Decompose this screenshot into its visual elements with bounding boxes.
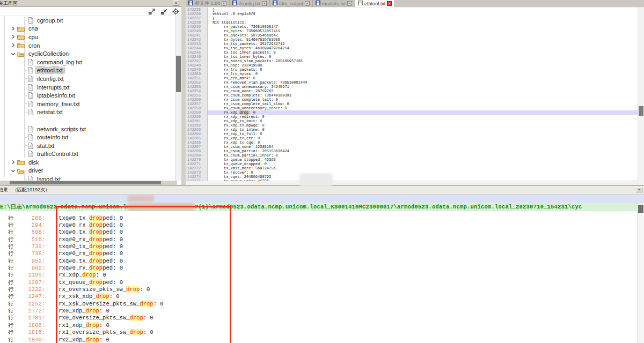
tree-file-memory_free-txt[interactable]: memory_free.txt	[0, 100, 175, 108]
tab--1-txt[interactable]: 新文件 1.txt×	[186, 0, 230, 7]
close-workspace-icon[interactable]: ×	[173, 1, 179, 6]
expand-all-icon[interactable]	[148, 8, 155, 15]
tab-modinfo-txt[interactable]: modinfo.txt×	[313, 0, 355, 7]
result-row[interactable]: 行1222: rx_oversize_pkts_sw_drop: 0	[0, 286, 637, 293]
results-vertical-scrollbar[interactable]	[637, 204, 644, 343]
search-match-highlight: drop	[86, 308, 99, 314]
tree-folder-cna[interactable]: cna	[0, 25, 175, 33]
line-number: 142240	[186, 29, 208, 33]
close-tab-icon[interactable]: ×	[347, 1, 352, 6]
tree-vertical-scrollbar[interactable]	[175, 16, 181, 181]
result-line-label: 行	[0, 322, 14, 329]
tree-file-ifconfig-txt[interactable]: ifconfig.txt	[0, 74, 175, 83]
tab-ethtool-txt[interactable]: ethtool.txt×	[355, 0, 395, 7]
tree-file-cgroup-txt[interactable]: cgroup.txt	[0, 16, 175, 25]
tree-file-trafficcontrol-txt[interactable]: trafficControl.txt	[0, 150, 175, 159]
editor-line-text: rx_lro_bytes: 0	[208, 72, 638, 76]
result-row[interactable]: 行960: rxq#0_rx_dropped: 0	[0, 264, 637, 271]
line-number: 142266	[186, 140, 208, 145]
tree-folder-cycliccollection[interactable]: cyclicCollection	[0, 49, 175, 58]
tree-file-netstat-txt[interactable]: netstat.txt	[0, 108, 175, 117]
result-row[interactable]: 行1252: rx_xsk_oversize_pkts_sw_drop: 0	[0, 300, 637, 307]
editor-line-text: tx_cqes: 204596498793	[208, 175, 638, 179]
file-icon	[28, 67, 33, 73]
line-number: 142253	[186, 85, 208, 89]
tree-folder-disk[interactable]: disk	[0, 158, 175, 167]
close-results-icon[interactable]: ×	[636, 187, 642, 192]
editor-line: 142265 rx_xdp_tx_err: 0	[186, 136, 638, 140]
tab-ifconfig-txt[interactable]: ifconfig.txt×	[230, 0, 270, 7]
editor-line-text: rx_csum_none: 26759783	[208, 89, 638, 93]
tree-folder-cron[interactable]: cron	[0, 41, 175, 50]
tree-file-routeinfo-txt[interactable]: routeInfo.txt	[0, 133, 175, 141]
workspace-panel: 夹工作区 × cgroup.txtcnacpucroncyclicCollect…	[0, 0, 184, 185]
close-tab-icon[interactable]: ×	[262, 1, 267, 6]
result-match-text: txq#0_tx_dropped: 0	[45, 258, 123, 264]
line-number: 142238	[186, 20, 208, 25]
tree-file-iptablesinfo-txt[interactable]: iptablesInfo.txt	[0, 91, 175, 100]
result-row[interactable]: 行1781: rx0_oversize_pkts_sw_drop: 0	[0, 315, 637, 322]
tab-bar: 新文件 1.txt×ifconfig.txt×fdm_output×modinf…	[186, 0, 644, 8]
tree-folder-cpu[interactable]: cpu	[0, 33, 175, 41]
tree-connector	[24, 70, 27, 71]
result-row[interactable]: 行1247: rx_xsk_xdp_drop: 0	[0, 293, 637, 300]
close-tab-icon[interactable]: ×	[387, 1, 392, 6]
editor-line: 142243 tx_tso_packets: 35272932712	[186, 42, 638, 46]
tree-file-command_log-txt[interactable]: command_log.txt	[0, 58, 175, 66]
close-tab-icon[interactable]: ×	[305, 1, 310, 6]
tree-connector	[24, 154, 27, 154]
chevron-down-icon[interactable]	[11, 51, 16, 56]
tree-connector	[24, 129, 27, 129]
editor-line-text: rx_xdp_tx_inlnw: 0	[208, 128, 638, 132]
editor-vertical-scrollbar[interactable]	[638, 8, 644, 185]
result-row[interactable]: 行1840: rx2_xdp_drop: 0	[0, 336, 637, 343]
scrollbar-thumb[interactable]	[10, 181, 161, 184]
chevron-right-icon[interactable]	[11, 34, 16, 39]
tree-file-interrupts-txt[interactable]: interrupts.txt	[0, 83, 175, 92]
line-number: 142267	[186, 145, 208, 149]
tree-file-ethtool-txt[interactable]: ethtool.txt	[0, 66, 175, 75]
chevron-right-icon[interactable]	[11, 26, 16, 31]
chevron-right-icon[interactable]	[11, 160, 16, 165]
scrollbar-thumb[interactable]	[639, 106, 643, 116]
result-row[interactable]: 行1815: rx1_oversize_pkts_sw_drop: 0	[0, 329, 637, 336]
result-row[interactable]: 行1207: tx_queue_dropped: 0	[0, 279, 637, 286]
result-row[interactable]: 行738: rxq#0_rx_dropped: 0	[0, 250, 637, 257]
close-tab-icon[interactable]: ×	[222, 1, 226, 6]
tree-file-network_scripts-txt[interactable]: network_scripts.txt	[0, 125, 175, 133]
result-line-number: 1247:	[14, 293, 45, 300]
file-icon	[28, 109, 33, 115]
editor-line-text: rx_lro_packets: 0	[208, 68, 638, 72]
tree-folder-driver[interactable]: driver	[0, 167, 175, 175]
scrollbar-thumb[interactable]	[638, 205, 643, 213]
tree-file-stat-txt[interactable]: stat.txt	[0, 141, 175, 150]
result-line-label: 行	[0, 286, 14, 293]
tree-connector	[24, 20, 27, 20]
matched-file-path-row[interactable]: E:\日志\armod0523.odata.ncmp.unicom.loca r…	[0, 203, 644, 211]
locate-file-icon[interactable]	[172, 8, 179, 15]
editor-line: 142237{	[186, 16, 638, 20]
collapse-all-icon[interactable]	[160, 8, 167, 15]
result-row[interactable]: 行516: rxq#0_rx_dropped: 0	[0, 236, 637, 243]
chevron-down-icon[interactable]	[11, 168, 16, 173]
tree-file-lsmod-txt[interactable]: lsmod.txt	[0, 175, 175, 181]
result-row[interactable]: 行952: txq#0_tx_dropped: 0	[0, 257, 637, 264]
editor-horizontal-scrollbar[interactable]	[186, 181, 638, 185]
chevron-right-icon[interactable]	[11, 43, 16, 48]
line-number: 142250	[186, 72, 208, 76]
result-row[interactable]: 行1806: rx1_xdp_drop: 0	[0, 322, 637, 329]
result-row[interactable]: 行730: txq#0_tx_dropped: 0	[0, 243, 637, 250]
scrollbar-thumb[interactable]	[176, 56, 181, 92]
editor-body[interactable]: 142235}142236ethtool -S enp1s0f0142237{1…	[186, 8, 638, 181]
line-number: 142248	[186, 63, 208, 68]
result-row[interactable]: 行294: rxq#0_rx_dropped: 0	[0, 221, 637, 228]
tree-horizontal-scrollbar[interactable]	[0, 181, 177, 185]
result-line-number: 516:	[14, 236, 45, 243]
result-row[interactable]: 行1772: rx0_xdp_drop: 0	[0, 307, 637, 314]
tab-fdm_output[interactable]: fdm_output×	[270, 0, 313, 7]
line-number: 142247	[186, 59, 208, 63]
result-line-label: 行	[0, 279, 14, 286]
result-row[interactable]: 行1195: rx_xdp_drop: 0	[0, 272, 637, 279]
result-row[interactable]: 行286: txq#0_tx_dropped: 0	[0, 214, 637, 221]
result-row[interactable]: 行508: txq#0_tx_dropped: 0	[0, 229, 637, 236]
